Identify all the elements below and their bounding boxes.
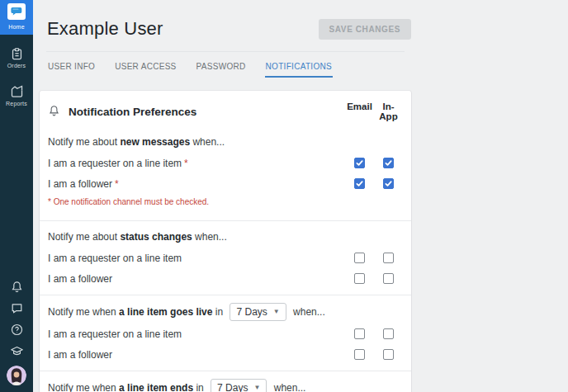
header-divider [46, 51, 405, 52]
row-label: I am a follower [48, 349, 345, 361]
intro-bold-text: a line item goes live [119, 306, 212, 318]
main-area: Example User SAVE CHANGES USER INFOUSER … [33, 0, 568, 392]
page-header: Example User SAVE CHANGES [40, 0, 411, 40]
user-avatar[interactable] [7, 366, 26, 385]
email-checkbox[interactable] [354, 178, 365, 189]
inapp-checkbox-cell [374, 253, 403, 263]
intro-text: when... [190, 136, 225, 148]
intro-text: when... [192, 231, 227, 243]
sidebar-item-label: Home [8, 24, 24, 30]
required-asterisk: * [184, 158, 188, 169]
sidebar-item-label: Orders [7, 63, 26, 68]
column-headers: Email In-App [345, 102, 403, 121]
app-logo-icon [7, 3, 26, 22]
email-checkbox[interactable] [354, 253, 365, 263]
tab-user-access[interactable]: USER ACCESS [114, 60, 177, 78]
inapp-checkbox[interactable] [383, 178, 394, 189]
notification-sections: Notify me about new messages when...I am… [40, 126, 411, 392]
tab-password[interactable]: PASSWORD [196, 60, 247, 78]
email-checkbox-cell [345, 273, 374, 284]
notify-row: I am a requester on a line item [40, 248, 411, 268]
notify-row: I am a requester on a line item [40, 324, 411, 344]
intro-bold-text: new messages [120, 136, 190, 148]
intro-text: in [212, 306, 225, 318]
report-chart-icon [10, 85, 24, 99]
email-checkbox[interactable] [354, 328, 365, 339]
graduation-cap-icon[interactable] [10, 344, 24, 358]
intro-text: when... [271, 382, 305, 392]
content-column: Example User SAVE CHANGES USER INFOUSER … [40, 0, 411, 392]
email-checkbox-cell [345, 253, 374, 263]
notification-preferences-card: Notification Preferences Email In-App No… [40, 91, 411, 392]
intro-text: Notify me when [48, 382, 119, 392]
inapp-column-header: In-App [374, 102, 403, 121]
inapp-checkbox-cell [374, 158, 403, 168]
notify-row: I am a follower* [40, 173, 411, 194]
sidebar-bottom [0, 280, 33, 392]
email-checkbox-cell [345, 349, 374, 360]
inapp-checkbox[interactable] [383, 328, 394, 339]
section-intro: Notify me when a line item ends in 7 Day… [40, 371, 411, 392]
inapp-checkbox[interactable] [383, 158, 394, 168]
days-dropdown-value: 7 Days [217, 382, 248, 392]
sidebar-item-orders[interactable]: Orders [0, 43, 33, 73]
intro-bold-text: status changes [120, 231, 192, 243]
email-checkbox-cell [345, 328, 374, 339]
inapp-checkbox-cell [374, 349, 403, 360]
notify-row: I am a follower [40, 344, 411, 365]
required-note: * One notification channel must be check… [40, 194, 411, 215]
section-intro: Notify me about new messages when... [40, 126, 411, 153]
sidebar-spacer [0, 111, 33, 280]
tab-notifications[interactable]: NOTIFICATIONS [265, 60, 333, 78]
intro-text: in [193, 382, 206, 392]
tab-bar: USER INFOUSER ACCESSPASSWORDNOTIFICATION… [47, 60, 411, 78]
tab-user-info[interactable]: USER INFO [47, 60, 96, 78]
row-label: I am a requester on a line item* [48, 158, 345, 169]
inapp-checkbox[interactable] [383, 253, 394, 263]
intro-text: Notify me about [48, 231, 120, 243]
notify-row: I am a requester on a line item* [40, 153, 411, 173]
chevron-down-icon: ▼ [273, 306, 280, 318]
app-window: Home Orders Reports [0, 0, 568, 392]
row-label: I am a follower* [48, 178, 345, 190]
notify-row: I am a follower [40, 268, 411, 289]
email-checkbox-cell [345, 178, 374, 189]
intro-text: Notify me when [48, 306, 119, 318]
card-title: Notification Preferences [69, 106, 345, 118]
sidebar: Home Orders Reports [0, 0, 33, 392]
inapp-checkbox-cell [374, 328, 403, 339]
section-intro: Notify me about status changes when... [40, 221, 411, 248]
sidebar-item-label: Reports [6, 101, 27, 106]
required-asterisk: * [115, 178, 119, 190]
inapp-checkbox-cell [374, 273, 403, 284]
section-intro: Notify me when a line item goes live in … [40, 295, 411, 324]
email-checkbox[interactable] [354, 158, 365, 168]
save-changes-button[interactable]: SAVE CHANGES [319, 19, 411, 40]
intro-text: when... [291, 306, 325, 318]
email-checkbox[interactable] [354, 349, 365, 360]
inapp-checkbox[interactable] [383, 273, 394, 284]
days-dropdown[interactable]: 7 Days▼ [211, 379, 267, 392]
inapp-checkbox[interactable] [383, 349, 394, 360]
card-header: Notification Preferences Email In-App [40, 91, 411, 126]
help-icon[interactable] [10, 323, 24, 337]
days-dropdown[interactable]: 7 Days▼ [230, 303, 286, 321]
intro-text: Notify me about [48, 136, 120, 148]
days-dropdown-value: 7 Days [236, 306, 267, 318]
page-title: Example User [47, 18, 163, 40]
sidebar-item-reports[interactable]: Reports [0, 81, 33, 111]
email-column-header: Email [345, 102, 374, 121]
bell-icon[interactable] [10, 280, 24, 294]
row-label: I am a follower [48, 273, 345, 285]
email-checkbox[interactable] [354, 273, 365, 284]
intro-bold-text: a line item ends [119, 382, 193, 392]
inapp-checkbox-cell [374, 178, 403, 189]
row-label: I am a requester on a line item [48, 253, 345, 264]
sidebar-item-home[interactable]: Home [0, 0, 33, 35]
row-label: I am a requester on a line item [48, 328, 345, 340]
chevron-down-icon: ▼ [253, 382, 260, 392]
chat-icon[interactable] [10, 301, 24, 315]
clipboard-icon [10, 47, 24, 61]
email-checkbox-cell [345, 158, 374, 168]
bell-icon [48, 104, 69, 120]
